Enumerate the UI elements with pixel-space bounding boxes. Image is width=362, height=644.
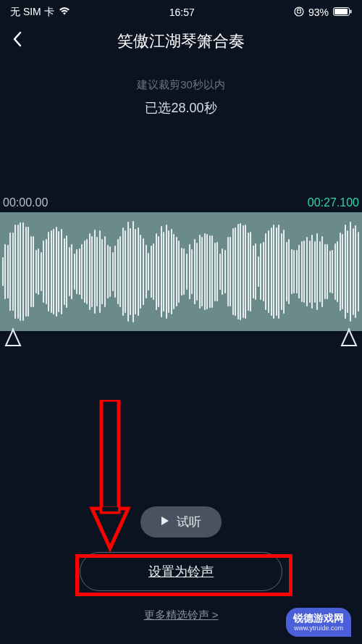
svg-rect-2	[334, 9, 348, 14]
info-section: 建议裁剪30秒以内 已选28.00秒	[0, 78, 362, 117]
preview-button[interactable]: 试听	[140, 506, 222, 538]
time-end: 00:27.100	[308, 196, 359, 209]
preview-label: 试听	[177, 514, 201, 530]
trim-hint: 建议裁剪30秒以内	[0, 78, 362, 92]
svg-point-0	[295, 7, 303, 16]
svg-rect-6	[101, 400, 119, 512]
time-start: 00:00.00	[3, 196, 48, 209]
more-ringtones-link[interactable]: 更多精选铃声 >	[144, 609, 219, 622]
set-ringtone-button[interactable]: 设置为铃声	[80, 552, 282, 591]
back-button[interactable]	[12, 30, 23, 52]
header: 笑傲江湖琴箫合奏	[0, 22, 362, 61]
trim-handle-left[interactable]	[4, 328, 22, 354]
play-icon	[161, 515, 169, 530]
trim-handle-right[interactable]	[340, 328, 358, 354]
timeline: 00:00.00 00:27.100	[0, 196, 362, 360]
orientation-lock-icon	[294, 7, 304, 19]
battery-icon	[333, 7, 352, 18]
selected-duration: 已选28.00秒	[0, 99, 362, 117]
svg-rect-3	[350, 10, 352, 14]
sim-status: 无 SIM 卡	[10, 6, 54, 19]
waveform[interactable]	[0, 212, 362, 331]
page-title: 笑傲江湖琴箫合奏	[12, 30, 350, 52]
clock: 16:57	[169, 7, 195, 18]
battery-percent: 93%	[308, 7, 329, 18]
status-bar: 无 SIM 卡 16:57 93%	[0, 0, 362, 22]
wifi-icon	[59, 7, 70, 18]
